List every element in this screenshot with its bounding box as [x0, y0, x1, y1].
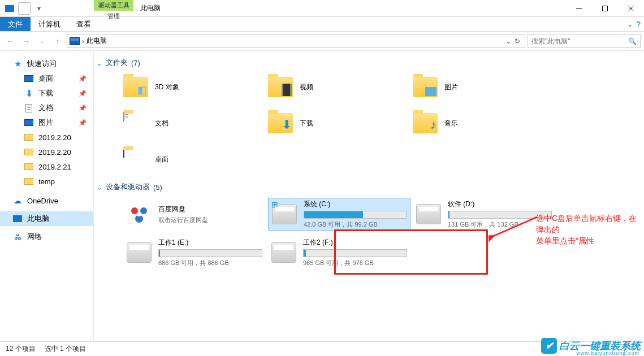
download-icon: ⬇: [24, 88, 34, 98]
sidebar-downloads[interactable]: ⬇下载📌: [0, 86, 93, 101]
pin-icon: 📌: [79, 75, 87, 83]
watermark-url: www.baiyunxitong.com: [576, 350, 639, 356]
folder-videos[interactable]: 视频: [268, 73, 413, 101]
item-count: 12 个项目: [6, 344, 36, 354]
sidebar-network[interactable]: 🖧网络: [0, 229, 93, 244]
folder-downloads[interactable]: ⬇下载: [268, 110, 413, 137]
folder-music[interactable]: ♪音乐: [413, 110, 557, 137]
document-icon: [24, 103, 34, 113]
desktop-icon: [24, 73, 34, 84]
manage-label: 管理: [94, 11, 133, 21]
svg-point-4: [131, 207, 138, 214]
help-icon[interactable]: ?: [636, 20, 641, 29]
search-input[interactable]: [531, 37, 628, 45]
watermark-icon: ✔: [541, 338, 557, 354]
folder-icon: [123, 113, 148, 133]
up-button[interactable]: ↑: [51, 34, 64, 48]
drive-e[interactable]: 工作1 (E:) 886 GB 可用，共 886 GB: [123, 236, 266, 269]
sidebar-onedrive[interactable]: ☁OneDrive: [0, 193, 93, 208]
main-area: ★快速访问 桌面📌 ⬇下载📌 文档📌 图片📌 2019.2.20 2019.2.…: [0, 51, 644, 341]
drive-icon: [127, 242, 152, 263]
title-bar: ▾ 驱动器工具 管理 此电脑: [0, 0, 644, 17]
chevron-down-icon: ⌄: [96, 183, 102, 192]
search-box[interactable]: 🔍: [528, 34, 641, 48]
sidebar-folder-1[interactable]: 2019.2.20: [0, 130, 93, 145]
svg-point-5: [140, 207, 147, 214]
svg-line-9: [493, 217, 537, 236]
tab-file[interactable]: 文件: [0, 17, 31, 31]
folder-icon: [24, 147, 34, 157]
sidebar-folder-2[interactable]: 2019.2.20: [0, 145, 93, 159]
pin-icon: 📌: [79, 119, 87, 127]
arrow-icon: [489, 214, 539, 242]
folder-documents[interactable]: 文档: [123, 110, 268, 137]
folder-icon: ⬇: [268, 113, 293, 133]
sidebar-quick-access[interactable]: ★快速访问: [0, 57, 93, 71]
usage-bar: [304, 211, 407, 219]
search-icon[interactable]: 🔍: [628, 37, 637, 45]
breadcrumb-root[interactable]: 此电脑: [87, 36, 107, 46]
folder-icon: [24, 176, 34, 186]
sidebar-pictures[interactable]: 图片📌: [0, 115, 93, 130]
quick-access-toolbar: ▾: [0, 2, 49, 15]
contextual-tab-group: 驱动器工具 管理: [94, 0, 133, 17]
tab-computer[interactable]: 计算机: [31, 17, 68, 31]
usage-bar: [158, 249, 262, 257]
ribbon-tabs: 文件 计算机 查看 ⌄ ?: [0, 17, 644, 32]
qat-dropdown-icon[interactable]: ▾: [33, 2, 45, 15]
folder-icon: [24, 132, 34, 142]
folder-icon: ◧: [123, 77, 148, 97]
address-bar[interactable]: › 此电脑 ⌄ ↻: [67, 34, 525, 48]
drive-icon: ⊞: [272, 204, 297, 224]
selected-count: 选中 1 个项目: [45, 344, 86, 354]
folder-3d-objects[interactable]: ◧3D 对象: [123, 73, 268, 101]
sidebar-documents[interactable]: 文档📌: [0, 101, 93, 115]
maximize-button[interactable]: [592, 0, 618, 17]
folder-icon: [123, 149, 148, 170]
drive-icon: [271, 242, 296, 263]
recent-dropdown-icon[interactable]: ⌄: [35, 34, 49, 48]
forward-button[interactable]: →: [19, 34, 33, 48]
properties-icon[interactable]: [18, 2, 31, 15]
sidebar-this-pc[interactable]: 此电脑: [0, 211, 93, 226]
annotation-text: 选中C盘后单击鼠标右键，在弹出的 菜单里点击"属性: [536, 212, 644, 246]
star-icon: ★: [12, 59, 23, 69]
close-button[interactable]: [618, 0, 644, 17]
ribbon-collapse-icon[interactable]: ⌄: [627, 20, 633, 28]
drive-c[interactable]: ⊞ 系统 (C:) 42.0 GB 可用，共 99.2 GB: [268, 198, 410, 231]
svg-rect-1: [603, 6, 608, 11]
folder-icon: [268, 77, 293, 97]
sidebar-desktop[interactable]: 桌面📌: [0, 71, 93, 86]
content-pane: ⌄ 文件夹 (7) ◧3D 对象 视频 图片 文档 ⬇下载 ♪音乐 桌面 ⌄ 设…: [94, 51, 644, 341]
network-icon: 🖧: [12, 232, 23, 242]
minimize-button[interactable]: [566, 0, 592, 17]
refresh-icon[interactable]: ↻: [512, 37, 522, 45]
baidu-icon: [127, 202, 152, 227]
pc-icon: [12, 214, 23, 224]
highlight-box: [334, 229, 488, 275]
pc-icon: [70, 37, 80, 45]
drive-icon: [416, 204, 441, 224]
cloud-icon: ☁: [12, 196, 23, 206]
pictures-icon: [24, 118, 34, 128]
window-title: 此电脑: [140, 3, 161, 13]
group-folders[interactable]: ⌄ 文件夹 (7): [96, 55, 642, 73]
navigation-bar: ← → ⌄ ↑ › 此电脑 ⌄ ↻ 🔍: [0, 32, 644, 51]
group-devices[interactable]: ⌄ 设备和驱动器 (5): [96, 180, 642, 198]
svg-point-7: [137, 212, 141, 216]
navigation-pane: ★快速访问 桌面📌 ⬇下载📌 文档📌 图片📌 2019.2.20 2019.2.…: [0, 51, 94, 341]
sidebar-folder-4[interactable]: temp: [0, 174, 93, 189]
window-controls: [566, 0, 644, 17]
folder-desktop[interactable]: 桌面: [123, 146, 268, 173]
back-button[interactable]: ←: [3, 34, 17, 48]
folder-icon: ♪: [413, 113, 438, 133]
tab-view[interactable]: 查看: [68, 17, 99, 31]
addr-dropdown-icon[interactable]: ⌄: [505, 37, 511, 45]
sidebar-folder-3[interactable]: 2019.2.21: [0, 159, 93, 174]
drive-tools-label: 驱动器工具: [94, 0, 133, 11]
folders-grid: ◧3D 对象 视频 图片 文档 ⬇下载 ♪音乐 桌面: [96, 73, 642, 173]
pin-icon: 📌: [79, 90, 87, 97]
folder-pictures[interactable]: 图片: [413, 73, 557, 101]
drive-tools-tab[interactable]: 驱动器工具 管理: [94, 0, 133, 17]
drive-baidu[interactable]: 百度网盘 双击运行百度网盘: [123, 198, 266, 231]
